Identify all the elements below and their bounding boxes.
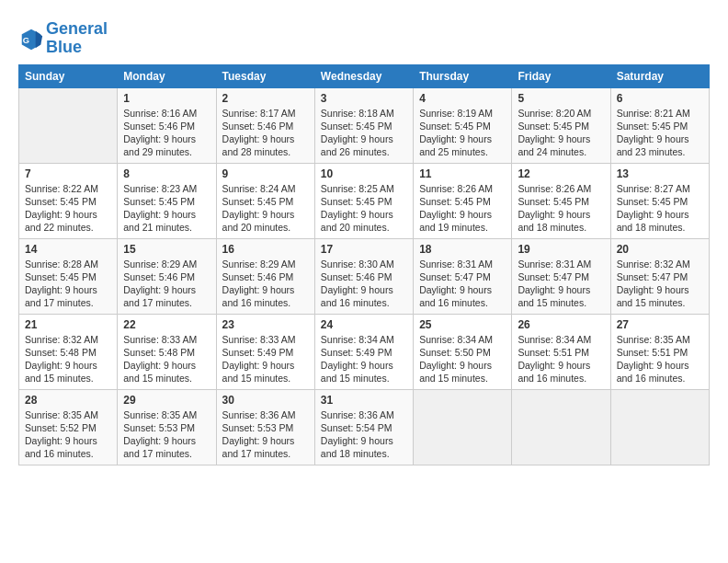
day-number: 26 xyxy=(518,318,604,331)
day-number: 11 xyxy=(419,167,506,180)
logo-text: General xyxy=(46,20,108,39)
day-number: 13 xyxy=(617,167,703,180)
day-info: Sunrise: 8:35 AM Sunset: 5:51 PM Dayligh… xyxy=(617,333,703,385)
day-number: 24 xyxy=(321,318,407,331)
calendar-cell: 1Sunrise: 8:16 AM Sunset: 5:46 PM Daylig… xyxy=(118,87,216,163)
weekday-header-thursday: Thursday xyxy=(414,64,512,87)
day-number: 8 xyxy=(123,167,210,180)
calendar-cell xyxy=(610,389,709,465)
weekday-header-monday: Monday xyxy=(118,64,216,87)
calendar-week-row: 7Sunrise: 8:22 AM Sunset: 5:45 PM Daylig… xyxy=(19,163,710,238)
calendar-cell: 27Sunrise: 8:35 AM Sunset: 5:51 PM Dayli… xyxy=(610,314,709,389)
calendar-cell: 19Sunrise: 8:31 AM Sunset: 5:47 PM Dayli… xyxy=(512,238,610,314)
day-number: 5 xyxy=(518,92,604,105)
day-number: 6 xyxy=(617,92,703,105)
weekday-header-row: SundayMondayTuesdayWednesdayThursdayFrid… xyxy=(19,64,710,87)
day-number: 29 xyxy=(123,394,210,407)
calendar-cell: 12Sunrise: 8:26 AM Sunset: 5:45 PM Dayli… xyxy=(512,163,610,238)
calendar-week-row: 28Sunrise: 8:35 AM Sunset: 5:52 PM Dayli… xyxy=(19,389,710,465)
logo-text2: Blue xyxy=(46,39,108,57)
day-number: 12 xyxy=(518,167,604,180)
day-info: Sunrise: 8:20 AM Sunset: 5:45 PM Dayligh… xyxy=(518,107,604,159)
calendar-cell: 29Sunrise: 8:35 AM Sunset: 5:53 PM Dayli… xyxy=(118,389,216,465)
day-number: 31 xyxy=(321,394,407,407)
day-number: 7 xyxy=(25,167,111,180)
page-container: G General Blue SundayMondayTuesdayWednes… xyxy=(0,0,728,475)
day-info: Sunrise: 8:31 AM Sunset: 5:47 PM Dayligh… xyxy=(419,258,506,310)
day-info: Sunrise: 8:35 AM Sunset: 5:52 PM Dayligh… xyxy=(25,408,111,461)
day-info: Sunrise: 8:16 AM Sunset: 5:46 PM Dayligh… xyxy=(123,107,210,159)
day-number: 27 xyxy=(617,318,703,331)
day-info: Sunrise: 8:32 AM Sunset: 5:47 PM Dayligh… xyxy=(617,258,703,310)
day-info: Sunrise: 8:18 AM Sunset: 5:45 PM Dayligh… xyxy=(321,107,407,159)
day-number: 22 xyxy=(123,318,210,331)
calendar-cell: 21Sunrise: 8:32 AM Sunset: 5:48 PM Dayli… xyxy=(19,314,118,389)
calendar-cell: 16Sunrise: 8:29 AM Sunset: 5:46 PM Dayli… xyxy=(216,238,314,314)
calendar-cell: 5Sunrise: 8:20 AM Sunset: 5:45 PM Daylig… xyxy=(512,87,610,163)
day-number: 16 xyxy=(222,243,309,256)
calendar-cell: 7Sunrise: 8:22 AM Sunset: 5:45 PM Daylig… xyxy=(19,163,118,238)
day-info: Sunrise: 8:36 AM Sunset: 5:53 PM Dayligh… xyxy=(222,408,309,461)
day-info: Sunrise: 8:36 AM Sunset: 5:54 PM Dayligh… xyxy=(321,408,407,461)
weekday-header-sunday: Sunday xyxy=(19,64,118,87)
day-info: Sunrise: 8:19 AM Sunset: 5:45 PM Dayligh… xyxy=(419,107,506,159)
day-number: 30 xyxy=(222,394,309,407)
weekday-header-tuesday: Tuesday xyxy=(216,64,314,87)
calendar-week-row: 21Sunrise: 8:32 AM Sunset: 5:48 PM Dayli… xyxy=(19,314,710,389)
day-info: Sunrise: 8:35 AM Sunset: 5:53 PM Dayligh… xyxy=(123,408,210,461)
day-number: 9 xyxy=(222,167,309,180)
day-info: Sunrise: 8:29 AM Sunset: 5:46 PM Dayligh… xyxy=(222,258,309,310)
day-number: 21 xyxy=(25,318,111,331)
day-info: Sunrise: 8:26 AM Sunset: 5:45 PM Dayligh… xyxy=(419,182,506,235)
day-info: Sunrise: 8:29 AM Sunset: 5:46 PM Dayligh… xyxy=(123,258,210,310)
day-number: 15 xyxy=(123,243,210,256)
calendar-cell: 30Sunrise: 8:36 AM Sunset: 5:53 PM Dayli… xyxy=(216,389,314,465)
day-info: Sunrise: 8:25 AM Sunset: 5:45 PM Dayligh… xyxy=(321,182,407,235)
calendar-cell: 24Sunrise: 8:34 AM Sunset: 5:49 PM Dayli… xyxy=(314,314,413,389)
calendar-cell: 6Sunrise: 8:21 AM Sunset: 5:45 PM Daylig… xyxy=(610,87,709,163)
calendar-week-row: 1Sunrise: 8:16 AM Sunset: 5:46 PM Daylig… xyxy=(19,87,710,163)
day-number: 23 xyxy=(222,318,309,331)
day-info: Sunrise: 8:30 AM Sunset: 5:46 PM Dayligh… xyxy=(321,258,407,310)
calendar-cell: 23Sunrise: 8:33 AM Sunset: 5:49 PM Dayli… xyxy=(216,314,314,389)
calendar-cell: 31Sunrise: 8:36 AM Sunset: 5:54 PM Dayli… xyxy=(314,389,413,465)
calendar-cell: 4Sunrise: 8:19 AM Sunset: 5:45 PM Daylig… xyxy=(414,87,512,163)
logo-icon: G xyxy=(18,26,44,52)
day-number: 18 xyxy=(419,243,506,256)
day-number: 14 xyxy=(25,243,111,256)
day-number: 10 xyxy=(321,167,407,180)
day-info: Sunrise: 8:21 AM Sunset: 5:45 PM Dayligh… xyxy=(617,107,703,159)
calendar-cell: 14Sunrise: 8:28 AM Sunset: 5:45 PM Dayli… xyxy=(19,238,118,314)
day-info: Sunrise: 8:34 AM Sunset: 5:51 PM Dayligh… xyxy=(518,333,604,385)
calendar-cell: 15Sunrise: 8:29 AM Sunset: 5:46 PM Dayli… xyxy=(118,238,216,314)
day-info: Sunrise: 8:23 AM Sunset: 5:45 PM Dayligh… xyxy=(123,182,210,235)
day-info: Sunrise: 8:22 AM Sunset: 5:45 PM Dayligh… xyxy=(25,182,111,235)
day-info: Sunrise: 8:33 AM Sunset: 5:49 PM Dayligh… xyxy=(222,333,309,385)
day-number: 1 xyxy=(123,92,210,105)
calendar-table: SundayMondayTuesdayWednesdayThursdayFrid… xyxy=(18,64,710,465)
calendar-cell: 11Sunrise: 8:26 AM Sunset: 5:45 PM Dayli… xyxy=(414,163,512,238)
day-info: Sunrise: 8:26 AM Sunset: 5:45 PM Dayligh… xyxy=(518,182,604,235)
day-number: 25 xyxy=(419,318,506,331)
weekday-header-friday: Friday xyxy=(512,64,610,87)
calendar-cell: 9Sunrise: 8:24 AM Sunset: 5:45 PM Daylig… xyxy=(216,163,314,238)
calendar-cell: 26Sunrise: 8:34 AM Sunset: 5:51 PM Dayli… xyxy=(512,314,610,389)
day-info: Sunrise: 8:28 AM Sunset: 5:45 PM Dayligh… xyxy=(25,258,111,310)
calendar-cell: 3Sunrise: 8:18 AM Sunset: 5:45 PM Daylig… xyxy=(314,87,413,163)
day-number: 19 xyxy=(518,243,604,256)
day-info: Sunrise: 8:34 AM Sunset: 5:50 PM Dayligh… xyxy=(419,333,506,385)
calendar-cell: 10Sunrise: 8:25 AM Sunset: 5:45 PM Dayli… xyxy=(314,163,413,238)
calendar-cell xyxy=(414,389,512,465)
calendar-cell: 25Sunrise: 8:34 AM Sunset: 5:50 PM Dayli… xyxy=(414,314,512,389)
day-info: Sunrise: 8:27 AM Sunset: 5:45 PM Dayligh… xyxy=(617,182,703,235)
calendar-cell: 2Sunrise: 8:17 AM Sunset: 5:46 PM Daylig… xyxy=(216,87,314,163)
calendar-week-row: 14Sunrise: 8:28 AM Sunset: 5:45 PM Dayli… xyxy=(19,238,710,314)
calendar-cell: 20Sunrise: 8:32 AM Sunset: 5:47 PM Dayli… xyxy=(610,238,709,314)
day-number: 28 xyxy=(25,394,111,407)
day-info: Sunrise: 8:17 AM Sunset: 5:46 PM Dayligh… xyxy=(222,107,309,159)
weekday-header-saturday: Saturday xyxy=(610,64,709,87)
calendar-cell: 13Sunrise: 8:27 AM Sunset: 5:45 PM Dayli… xyxy=(610,163,709,238)
calendar-cell: 28Sunrise: 8:35 AM Sunset: 5:52 PM Dayli… xyxy=(19,389,118,465)
day-info: Sunrise: 8:33 AM Sunset: 5:48 PM Dayligh… xyxy=(123,333,210,385)
day-info: Sunrise: 8:31 AM Sunset: 5:47 PM Dayligh… xyxy=(518,258,604,310)
